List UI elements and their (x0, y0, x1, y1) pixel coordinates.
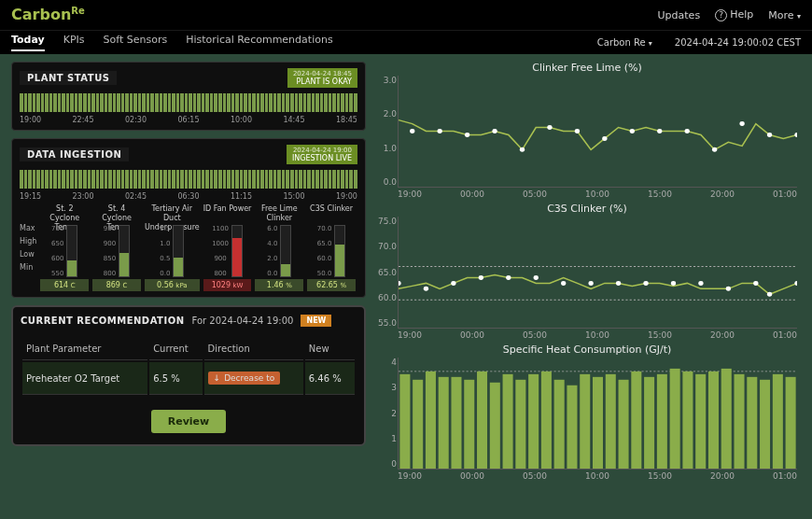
svg-point-17 (399, 281, 401, 286)
svg-rect-63 (773, 374, 783, 469)
svg-rect-44 (528, 374, 539, 469)
svg-rect-36 (426, 372, 436, 469)
svg-point-25 (616, 281, 621, 286)
svg-rect-34 (399, 374, 410, 469)
chevron-down-icon: ▾ (649, 39, 652, 48)
svg-rect-61 (747, 377, 757, 469)
svg-point-6 (575, 129, 580, 133)
recommendation-timestamp: For 2024-04-24 19:00 (192, 316, 294, 326)
recommendation-table: Plant ParameterCurrentDirectionNew Prehe… (21, 336, 357, 397)
clock: 2024-04-24 19:00:02 CEST (675, 37, 801, 48)
svg-point-14 (794, 133, 797, 137)
chart-title: Clinker Free Lime (%) (373, 62, 801, 74)
svg-point-27 (671, 281, 676, 286)
svg-rect-59 (721, 369, 732, 469)
arrow-down-icon: ↓ (214, 373, 221, 383)
svg-rect-54 (657, 374, 667, 469)
svg-point-19 (451, 281, 455, 286)
svg-point-8 (630, 129, 635, 133)
gauge: St. 2 Cyclone Temp 700650600550 614 C (38, 204, 91, 291)
tab-today[interactable]: Today (11, 34, 45, 51)
svg-point-28 (698, 281, 703, 286)
svg-rect-43 (515, 380, 525, 469)
svg-point-31 (767, 292, 772, 297)
chart-title: C3S Clinker (%) (373, 203, 801, 215)
svg-rect-55 (670, 369, 680, 469)
svg-point-32 (794, 281, 797, 286)
svg-point-2 (465, 133, 469, 137)
svg-rect-64 (786, 377, 796, 469)
recommendation-panel: CURRENT RECOMMENDATION For 2024-04-24 19… (11, 305, 366, 446)
brand-logo: CarbonRe (11, 6, 85, 23)
svg-point-22 (534, 275, 539, 280)
chart: Clinker Free Lime (%) 3.02.01.00.0 19:00… (373, 62, 801, 199)
data-ingestion-panel: DATA INGESTION 2024-04-24 19:00INGESTION… (11, 138, 366, 298)
svg-point-0 (410, 129, 414, 133)
review-button[interactable]: Review (151, 410, 227, 433)
svg-point-23 (561, 281, 566, 286)
more-menu[interactable]: More ▾ (768, 9, 801, 21)
svg-rect-56 (682, 372, 693, 469)
svg-point-5 (547, 125, 552, 130)
param-cell: Preheater O2 Target (22, 362, 147, 395)
svg-rect-50 (606, 374, 616, 469)
help-icon: ? (715, 9, 727, 21)
svg-rect-62 (760, 380, 770, 469)
svg-point-4 (520, 147, 525, 152)
new-badge: NEW (301, 315, 331, 327)
help-link[interactable]: ?Help (715, 8, 753, 21)
svg-rect-57 (695, 374, 706, 469)
ingestion-timeline (20, 168, 357, 190)
direction-cell: ↓Decrease to (204, 362, 303, 395)
chart: Specific Heat Consumption (GJ/t) 43210 1… (373, 344, 801, 481)
status-badge: 2024-04-24 19:00INGESTION LIVE (287, 145, 357, 164)
plant-status-panel: PLANT STATUS 2024-04-24 18:45PLANT IS OK… (11, 62, 366, 131)
status-timeline (20, 91, 357, 114)
tab-soft-sensors[interactable]: Soft Sensors (104, 34, 168, 51)
panel-title: DATA INGESTION (20, 147, 129, 161)
svg-rect-48 (580, 374, 590, 469)
svg-point-7 (602, 136, 607, 141)
status-badge: 2024-04-24 18:45PLANT IS OKAY (287, 68, 357, 88)
svg-rect-60 (735, 374, 745, 469)
svg-rect-47 (567, 386, 577, 469)
table-row: Preheater O2 Target 6.5 % ↓Decrease to 6… (22, 362, 355, 395)
chart-title: Specific Heat Consumption (GJ/t) (373, 344, 801, 356)
svg-rect-40 (477, 372, 487, 469)
updates-link[interactable]: Updates (658, 9, 701, 21)
gauge: Tertiary Air Duct Underpressure 1.51.00.… (143, 204, 202, 291)
svg-rect-38 (451, 377, 461, 469)
svg-point-24 (588, 281, 593, 286)
svg-point-13 (767, 133, 772, 137)
svg-point-18 (424, 287, 428, 291)
chart: C3S Clinker (%) 75.070.065.060.055.0 19:… (373, 203, 801, 340)
svg-point-20 (479, 275, 483, 280)
svg-rect-58 (708, 372, 719, 469)
svg-rect-52 (631, 372, 641, 469)
panel-title: PLANT STATUS (20, 71, 117, 85)
panel-title: CURRENT RECOMMENDATION (21, 316, 185, 326)
gauge: ID Fan Power 11001000900800 1029 kW (202, 204, 254, 291)
svg-rect-39 (464, 380, 474, 469)
svg-rect-42 (503, 374, 513, 469)
tab-historical-recommendations[interactable]: Historical Recommendations (186, 34, 332, 51)
svg-point-30 (753, 281, 758, 286)
new-cell: 6.46 % (305, 362, 355, 395)
tab-kpis[interactable]: KPIs (63, 34, 85, 51)
svg-point-29 (726, 287, 731, 291)
svg-point-9 (657, 129, 662, 133)
svg-rect-41 (490, 383, 500, 469)
gauge: St. 4 Cyclone Temp 950900850800 869 C (91, 204, 143, 291)
svg-rect-35 (413, 380, 423, 469)
svg-point-1 (438, 129, 442, 133)
gauge: Free Lime Clinker 6.04.02.00.0 1.46 % (253, 204, 305, 291)
current-cell: 6.5 % (149, 362, 202, 395)
plant-selector[interactable]: Carbon Re ▾ (597, 37, 652, 48)
svg-point-26 (643, 281, 648, 286)
svg-point-3 (492, 129, 497, 133)
svg-point-11 (712, 147, 717, 152)
svg-rect-46 (554, 380, 565, 469)
svg-rect-37 (439, 377, 449, 469)
gauge: C3S Clinker 70.065.060.050.0 62.65 % (305, 204, 357, 291)
svg-point-21 (506, 275, 511, 280)
